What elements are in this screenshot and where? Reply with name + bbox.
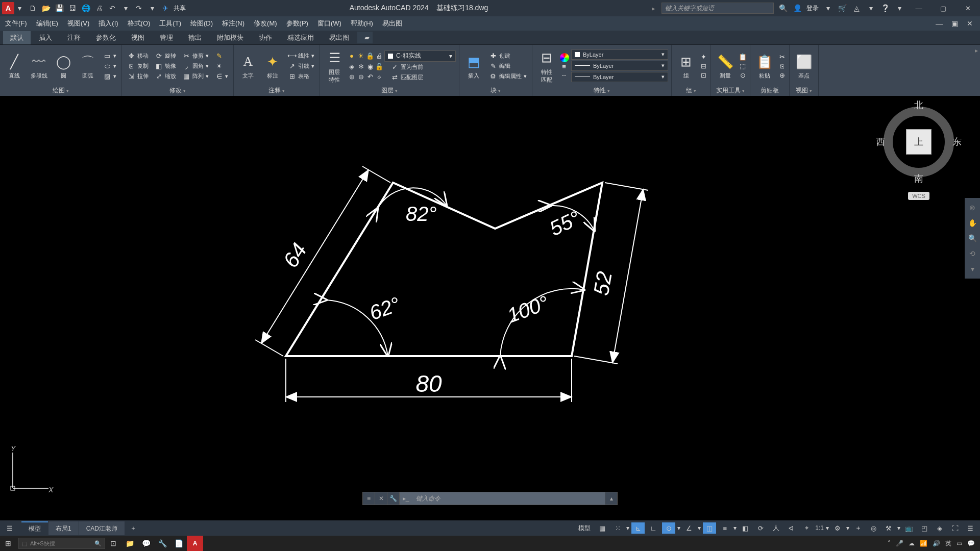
tab-view[interactable]: 视图 [124,31,152,44]
layer-lock2-icon[interactable]: 🔓 [375,63,383,71]
array-button[interactable]: ▦阵列▾ [180,72,211,81]
custom-icon[interactable]: ☰ [964,522,977,534]
redo-arrow[interactable]: ▾ [147,3,157,13]
arc-button[interactable]: ⌒圆弧 [77,52,99,81]
nav-orbit-icon[interactable]: ⟲ [967,248,978,259]
workspace-icon[interactable]: ⚒ [882,522,895,534]
rotate-button[interactable]: ⟳旋转 [153,52,178,61]
tray-notif-icon[interactable]: 💬 [967,540,975,547]
nav-zoom-icon[interactable]: 🔍 [967,233,978,244]
menu-param[interactable]: 参数(P) [286,19,308,28]
autocad-taskbar-icon[interactable]: A [187,536,203,551]
gear-icon[interactable]: ⚙ [831,522,844,534]
transparency-icon[interactable]: ◧ [739,522,752,534]
modeltab-teacher[interactable]: CAD江老师 [79,521,125,535]
panel-modify-title[interactable]: 修改 [125,85,230,95]
modeltab-layout1[interactable]: 布局1 [48,521,79,535]
menu-edit[interactable]: 编辑(E) [36,19,58,28]
command-line[interactable]: ≡ ✕ 🔧 ▸_ 键入命令 ▴ [362,492,618,505]
layer-iso-icon[interactable]: ◈ [348,63,356,71]
layer-lock-icon[interactable]: 🔒 [366,52,374,60]
viewcube-west[interactable]: 西 [876,136,885,148]
tab-manage[interactable]: 管理 [153,31,180,44]
menu-window[interactable]: 窗口(W) [317,19,341,28]
panel-layer-title[interactable]: 图层 [323,85,456,95]
cut-icon[interactable]: ✂ [778,53,786,61]
scale-button[interactable]: ⤢缩放 [153,72,178,81]
layer-freeze-icon[interactable]: ❄ [357,63,365,71]
web-icon[interactable]: 🌐 [81,3,91,13]
util-select-icon[interactable]: ⬚ [739,62,747,70]
maximize-button[interactable]: ▢ [933,0,953,16]
viewcube-north[interactable]: 北 [914,99,923,111]
menu-draw[interactable]: 绘图(D) [190,19,213,28]
search-input[interactable]: 键入关键字或短语 [662,3,774,14]
settings-icon[interactable]: 🔧 [154,536,170,551]
tab-addins[interactable]: 附加模块 [210,31,251,44]
color-dropdown[interactable]: ByLayer▾ [571,49,668,60]
layer-walk-icon[interactable]: ⟐ [375,73,383,81]
app-menu-arrow[interactable]: ▾ [14,3,24,13]
lineweight-dropdown[interactable]: ByLayer▾ [571,61,668,71]
windows-search-input[interactable]: ⬚Alt+S快搜🔍 [18,538,105,549]
3dosnap-icon[interactable]: 人 [769,522,782,534]
tray-cloud-icon[interactable]: ☁ [909,540,915,547]
annoscale-icon[interactable]: ◎ [867,522,880,534]
user-icon[interactable]: 👤 [792,3,802,13]
clean-icon[interactable]: ⛶ [948,522,962,534]
layer-sun-icon[interactable]: ☀ [357,52,365,60]
menu-yichutu[interactable]: 易出图 [382,19,402,28]
group-button[interactable]: ⊞组 [675,52,697,81]
match-prop-button[interactable]: ⊟特性 匹配 [535,48,558,85]
edit-attr-button[interactable]: ⚙编辑属性▾ [487,72,529,81]
windows-start-icon[interactable]: ⊞ [0,536,16,551]
create-block-button[interactable]: ✚创建 [487,52,529,61]
tab-featured[interactable]: 精选应用 [280,31,321,44]
nav-showmo-icon[interactable]: ▾ [967,263,978,274]
tab-annotate[interactable]: 注释 [60,31,88,44]
tab-output[interactable]: 输出 [181,31,209,44]
cmd-expand-icon[interactable]: ▴ [605,492,617,505]
tab-param[interactable]: 参数化 [89,31,123,44]
scale-label[interactable]: 1:1 [815,524,824,532]
dyn-icon[interactable]: ◫ [703,522,716,534]
menu-dim[interactable]: 标注(N) [222,19,244,28]
cycling-icon[interactable]: ⟳ [754,522,767,534]
cmd-config-icon[interactable]: 🔧 [387,492,400,505]
group-new-icon[interactable]: ✦ [699,53,707,61]
undo-arrow[interactable]: ▾ [120,3,131,13]
panel-util-title[interactable]: 实用工具 [714,85,747,95]
panel-draw-title[interactable]: 绘图 [3,85,118,95]
plot-icon[interactable]: 🖨 [94,3,104,13]
lineweight-icon[interactable]: ≡ [560,63,568,71]
search-icon[interactable]: 🔍 [778,3,788,13]
offset-button[interactable]: ∈▾ [213,72,230,81]
rect-button[interactable]: ▭▾ [101,52,118,61]
ortho-icon[interactable]: ⊾ [631,522,645,534]
erase-button[interactable]: ✎ [213,52,230,61]
stretch-button[interactable]: ⇲拉伸 [125,72,151,81]
explorer-icon[interactable]: 📁 [121,536,138,551]
set-current-button[interactable]: ✓置为当前 [388,63,425,72]
tray-mic-icon[interactable]: 🎤 [896,540,903,547]
menu-icon[interactable]: ☰ [3,522,16,534]
leader-button[interactable]: ↗引线▾ [286,62,316,71]
viewcube[interactable]: 上 北 南 西 东 WCS [878,101,960,183]
close-button[interactable]: ✕ [958,0,978,16]
circle-button[interactable]: ◯圆 [52,52,75,81]
app-switcher-arrow[interactable]: ▾ [866,3,876,13]
viewcube-wcs[interactable]: WCS [908,192,929,200]
base-button[interactable]: ⬜基点 [793,52,815,81]
lwt-icon[interactable]: ≡ [718,522,731,534]
line-button[interactable]: ╱直线 [3,52,26,81]
tab-collab[interactable]: 协作 [252,31,279,44]
menu-format[interactable]: 格式(O) [128,19,151,28]
layer-off-icon[interactable]: ◉ [366,63,374,71]
dynucs-icon[interactable]: ᐊ [785,522,798,534]
login-arrow[interactable]: ▾ [823,3,833,13]
paste-button[interactable]: 📋粘贴 [753,52,776,81]
panel-annotate-title[interactable]: 注释 [237,85,316,95]
polar-icon[interactable]: ∟ [647,522,660,534]
panel-props-title[interactable]: 特性 [535,85,668,95]
viewcube-east[interactable]: 东 [952,136,962,148]
